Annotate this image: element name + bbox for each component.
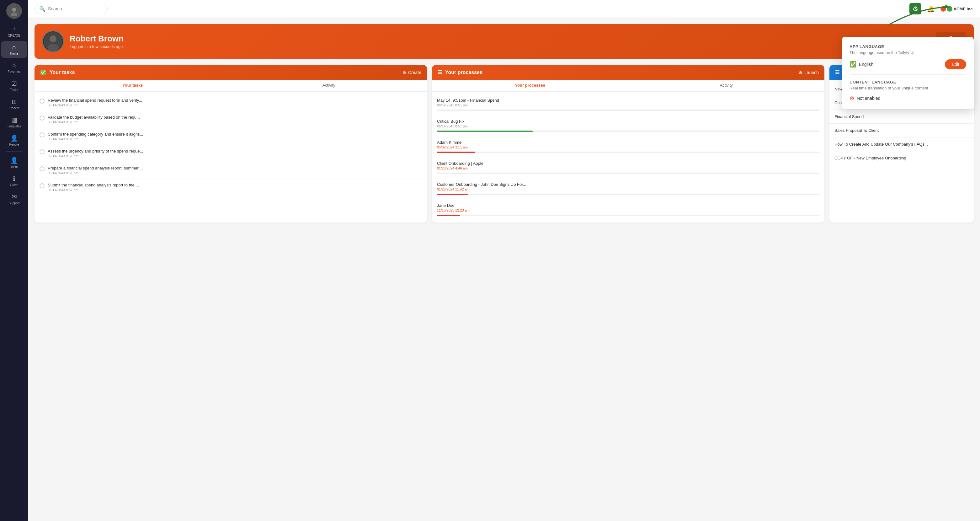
lang-item-content: ⊗ Not enabled <box>850 95 966 102</box>
template-item[interactable]: Sales Proposal To Client <box>829 124 974 137</box>
processes-panel-tabs: Your processes Activity <box>432 80 824 92</box>
processes-launch-btn[interactable]: ⊕ Launch <box>799 70 819 75</box>
task-item[interactable]: Review the financial spend request form … <box>35 94 427 111</box>
app-language-title: APP LANGUAGE <box>850 44 966 49</box>
processes-list-icon: ☰ <box>438 69 442 75</box>
edit-language-button[interactable]: Edit <box>945 59 966 69</box>
process-item[interactable]: Critical Bug Fix 06/14/2043 8:51 pm <box>432 115 824 136</box>
avatar[interactable] <box>6 3 22 19</box>
tab-tasks-activity[interactable]: Activity <box>231 80 427 91</box>
tasks-create-btn[interactable]: ⊕ Create <box>402 70 421 75</box>
your-tasks-panel: ✅ Your tasks ⊕ Create Your tasks Activit… <box>35 65 427 223</box>
sidebar-item-guide[interactable]: ℹ Guide <box>1 172 27 189</box>
tasks-panel-body: Review the financial spend request form … <box>35 92 427 198</box>
task-checkbox[interactable] <box>40 183 45 188</box>
process-date: 01/28/2024 11:42 am <box>437 187 819 191</box>
template-item[interactable]: Financial Spend <box>829 110 974 124</box>
template-item[interactable]: How To Create And Update Our Company's F… <box>829 137 974 151</box>
process-item[interactable]: Customer Onboarding - John Doe Signs Up … <box>432 178 824 199</box>
sidebar-item-tracker[interactable]: ⊞ Tracker <box>1 96 27 112</box>
settings-icon[interactable]: ⚙ <box>909 3 921 14</box>
task-info: Confirm the spending category and ensure… <box>48 132 143 141</box>
guide-icon: ℹ <box>13 175 15 182</box>
task-item[interactable]: Validate the budget availability based o… <box>35 111 427 128</box>
task-item[interactable]: Submit the financial spend analysis repo… <box>35 179 427 196</box>
task-info: Assess the urgency and priority of the s… <box>48 149 143 158</box>
task-item[interactable]: Assess the urgency and priority of the s… <box>35 145 427 162</box>
progress-bar-bg <box>437 131 819 132</box>
sidebar: ＋ CREATE ⌂ Home ☆ Favorites ☑ Tasks ⊞ Tr… <box>0 0 28 521</box>
task-text: Prepare a financial spend analysis repor… <box>48 166 143 170</box>
task-date: 06/14/2043 8:51 pm <box>48 171 143 175</box>
task-date: 06/14/2043 8:51 pm <box>48 103 142 107</box>
process-item[interactable]: May 14, 9:51pm - Financial Spend 06/14/2… <box>432 94 824 115</box>
sidebar-item-templates[interactable]: ▦ Templates <box>1 114 27 131</box>
content: Robert Brown Logged in a few seconds ago… <box>28 18 980 521</box>
svg-point-1 <box>12 8 16 12</box>
main-content: 🔍 ⚙ 🔔 ACME inc. <box>28 0 980 521</box>
sidebar-item-invite[interactable]: 👤 Invite <box>1 154 27 171</box>
task-date: 06/14/2043 8:51 pm <box>48 137 143 141</box>
invite-icon: 👤 <box>10 157 18 164</box>
process-date: 01/28/2024 4:46 am <box>437 166 819 170</box>
profile-banner: Robert Brown Logged in a few seconds ago… <box>35 24 974 59</box>
content-language-title: CONTENT LANGUAGE <box>850 80 966 84</box>
star-icon: ☆ <box>11 62 17 69</box>
current-language: English <box>859 62 873 67</box>
search-icon: 🔍 <box>39 6 46 12</box>
task-item[interactable]: Confirm the spending category and ensure… <box>35 128 427 145</box>
tasks-panel-header: ✅ Your tasks ⊕ Create <box>35 65 427 80</box>
progress-bar-fill <box>437 215 460 216</box>
task-checkbox[interactable] <box>40 150 45 155</box>
template-item[interactable]: COPY OF - New Employee Onboarding <box>829 151 974 165</box>
progress-bar-fill <box>437 194 468 195</box>
task-checkbox[interactable] <box>40 99 45 104</box>
lang-divider <box>850 74 966 75</box>
sidebar-item-home[interactable]: ⌂ Home <box>1 41 27 58</box>
task-checkbox[interactable] <box>40 166 45 171</box>
template-icon: ▦ <box>11 116 17 124</box>
company-logo[interactable]: ACME inc. <box>940 6 974 12</box>
sidebar-item-people[interactable]: 👤 People <box>1 132 27 149</box>
tab-your-tasks[interactable]: Your tasks <box>35 80 231 91</box>
search-bar[interactable]: 🔍 <box>35 4 108 14</box>
logo-circles <box>940 6 952 12</box>
process-date: 06/14/2043 8:51 pm <box>437 103 819 107</box>
plus-create-icon: ⊕ <box>402 70 406 75</box>
tab-your-processes[interactable]: Your processes <box>432 80 628 91</box>
progress-bar-bg <box>437 194 819 195</box>
task-info: Review the financial spend request form … <box>48 98 142 107</box>
tab-processes-activity[interactable]: Activity <box>628 80 825 91</box>
check-circle-icon: ✅ <box>850 61 856 68</box>
task-info: Validate the budget availability based o… <box>48 115 140 124</box>
task-checkbox[interactable] <box>40 132 45 137</box>
process-date: 06/14/2043 8:51 pm <box>437 124 819 128</box>
processes-panel-header: ☰ Your processes ⊕ Launch <box>432 65 824 80</box>
progress-bar-bg <box>437 151 819 153</box>
sidebar-item-favorites[interactable]: ☆ Favorites <box>1 59 27 76</box>
process-name: Critical Bug Fix <box>437 119 819 124</box>
sidebar-item-create[interactable]: ＋ CREATE <box>1 22 27 40</box>
profile-avatar <box>42 30 64 53</box>
grid-icon: ⊞ <box>12 98 17 105</box>
logo-circle-orange <box>940 6 946 12</box>
sidebar-item-tasks[interactable]: ☑ Tasks <box>1 77 27 94</box>
process-name: Jane Doe <box>437 203 819 208</box>
svg-point-5 <box>49 35 56 42</box>
task-item[interactable]: Prepare a financial spend analysis repor… <box>35 162 427 179</box>
bell-icon[interactable]: 🔔 <box>926 4 936 14</box>
progress-bar-fill <box>437 131 533 132</box>
sidebar-item-support[interactable]: ✉ Support <box>1 191 27 207</box>
task-checkbox[interactable] <box>40 115 45 121</box>
process-item[interactable]: Adam Kimmel 05/02/2024 3:11 am <box>432 136 824 157</box>
process-item[interactable]: Client Onboarding | Apple 01/28/2024 4:4… <box>432 157 824 178</box>
process-item[interactable]: Jane Doe 11/10/2023 12:23 am <box>432 199 824 220</box>
task-text: Validate the budget availability based o… <box>48 115 140 119</box>
company-name: ACME inc. <box>954 6 974 11</box>
task-info: Prepare a financial spend analysis repor… <box>48 166 143 175</box>
task-text: Submit the financial spend analysis repo… <box>48 183 139 187</box>
search-input[interactable] <box>48 6 103 11</box>
progress-bar-bg <box>437 215 819 216</box>
plus-icon: ＋ <box>11 24 17 33</box>
lang-row-app: ✅ English Edit <box>850 59 966 69</box>
